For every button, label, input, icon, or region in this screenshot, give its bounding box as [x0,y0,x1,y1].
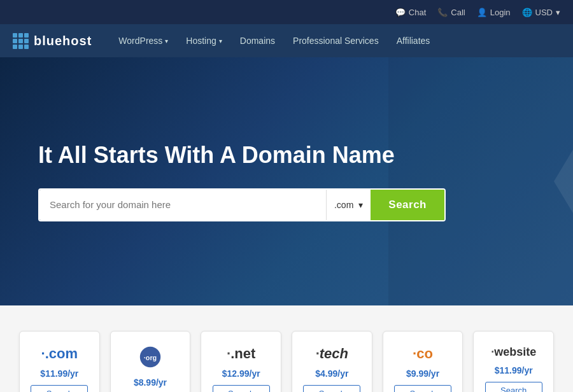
nav-item-wordpress[interactable]: WordPress ▾ [111,32,176,50]
hero-title: It All Starts With A Domain Name [38,141,395,169]
top-bar: 💬 Chat 📞 Call 👤 Login 🌐 USD ▾ [0,0,573,24]
chevron-down-icon: ▾ [358,200,363,210]
domain-ext-website: ·website [491,346,536,359]
domain-card-org: ·org $8.99/yr Search [110,331,191,392]
logo[interactable]: bluehost [13,33,92,49]
search-button[interactable]: Search [371,190,444,220]
hero-arrow-decoration [554,150,573,213]
domain-price-tech: $4.99/yr [315,368,348,379]
call-button[interactable]: 📞 Call [437,8,465,17]
login-button[interactable]: 👤 Login [477,8,511,17]
domain-card-net: ·.net.net $12.99/yr Search [201,331,281,392]
domain-price-website: $11.99/yr [495,365,533,375]
chevron-down-icon: ▾ [556,8,560,17]
card-search-btn-co[interactable]: Search [394,385,451,392]
domain-card-website: ·website $11.99/yr Search [473,331,554,392]
domain-extension-selector[interactable]: .com ▾ [326,190,371,220]
hero-section: It All Starts With A Domain Name .com ▾ … [0,57,573,305]
call-icon: 📞 [437,8,448,17]
card-search-btn-tech[interactable]: Search [303,385,360,392]
login-label: Login [490,8,511,17]
call-label: Call [451,8,465,17]
domain-card-com: ·.com $11.99/yr Search [19,331,100,392]
chevron-down-icon: ▾ [165,38,168,45]
domain-search-bar: .com ▾ Search [38,188,446,221]
domain-price-co: $9.99/yr [406,368,439,379]
domain-price-org: $8.99/yr [134,377,167,388]
domain-cards-section: ·.com $11.99/yr Search ·org $8.99/yr Sea… [0,305,573,392]
user-icon: 👤 [477,8,487,17]
logo-text: bluehost [34,34,92,48]
nav-item-affiliates[interactable]: Affiliates [389,32,438,50]
domain-ext-label: .com [334,200,353,210]
domain-card-tech: ·tech $4.99/yr Search [292,331,372,392]
chevron-down-icon: ▾ [219,38,222,45]
domain-price-com: $11.99/yr [40,368,78,379]
nav-menu: WordPress ▾ Hosting ▾ Domains Profession… [111,32,437,50]
currency-label: USD [535,8,553,17]
card-search-btn-com[interactable]: Search [31,385,88,392]
chat-button[interactable]: 💬 Chat [395,8,426,17]
domain-ext-co: ·co [413,346,433,362]
card-search-btn-net[interactable]: Search [213,385,270,392]
domain-ext-net: ·.net.net [227,346,255,362]
globe-icon: 🌐 [522,8,532,17]
domain-card-co: ·co $9.99/yr Search [383,331,463,392]
card-search-btn-website[interactable]: Search [485,382,542,392]
svg-text:·org: ·org [144,354,157,361]
domain-price-net: $12.99/yr [222,368,260,379]
domain-search-input[interactable] [39,190,326,220]
domain-ext-org: ·org [139,346,162,371]
currency-selector[interactable]: 🌐 USD ▾ [522,8,560,17]
domain-ext-tech: ·tech [316,346,348,362]
nav-item-professional-services[interactable]: Professional Services [285,32,386,50]
chat-label: Chat [409,8,426,17]
nav-item-hosting[interactable]: Hosting ▾ [178,32,229,50]
main-nav: bluehost WordPress ▾ Hosting ▾ Domains P… [0,24,573,57]
logo-grid-icon [13,33,29,49]
nav-item-domains[interactable]: Domains [232,32,283,50]
domain-ext-com: ·.com [41,346,78,362]
chat-icon: 💬 [395,8,406,17]
